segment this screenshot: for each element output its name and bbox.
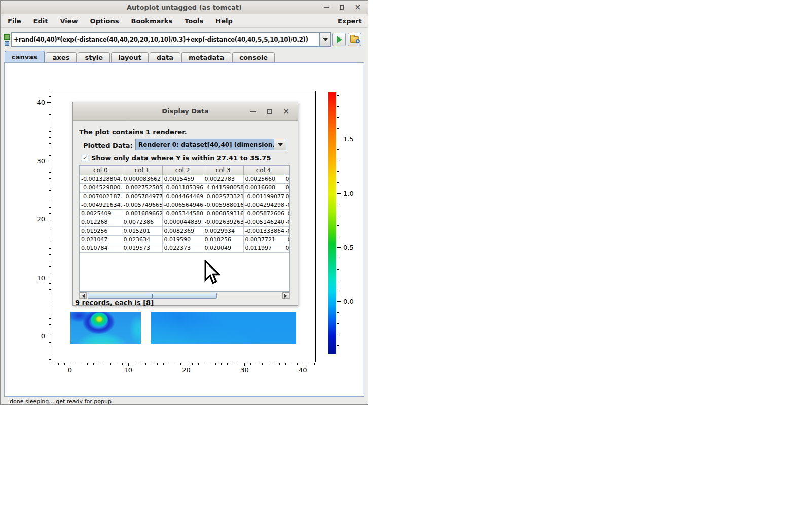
dialog-maximize-icon[interactable] xyxy=(267,109,272,114)
table-cell[interactable]: 0.0022783 xyxy=(203,175,243,183)
window-titlebar[interactable]: Autoplot untagged (as tomcat) × xyxy=(1,1,368,14)
table-cell[interactable]: 0.021047 xyxy=(80,235,122,244)
table-cell[interactable]: -0.001185396... xyxy=(162,183,203,192)
table-cell[interactable]: -0.006859316... xyxy=(203,209,243,218)
table-cell[interactable]: -0.004464469... xyxy=(162,192,203,201)
table-cell[interactable]: 0.022373 xyxy=(162,244,203,252)
maximize-icon[interactable] xyxy=(340,5,344,10)
table-cell[interactable]: -0.0 xyxy=(284,226,290,235)
table-cell[interactable]: -0.001328804... xyxy=(80,175,122,183)
table-cell[interactable]: -0.004294298... xyxy=(243,201,284,209)
column-header[interactable]: col 0 xyxy=(80,166,122,175)
table-cell[interactable]: 0.0015459 xyxy=(162,175,203,183)
table-cell[interactable]: 0.011997 xyxy=(243,244,284,252)
table-cell[interactable]: 0.010256 xyxy=(203,235,243,244)
table-cell[interactable]: 0.019256 xyxy=(80,226,122,235)
minimize-icon[interactable] xyxy=(324,7,329,8)
scrollbar-thumb[interactable] xyxy=(88,293,217,299)
tab-layout[interactable]: layout xyxy=(111,52,149,63)
table-cell[interactable]: -0.0 xyxy=(284,201,290,209)
table-cell[interactable]: -0.005784977... xyxy=(122,192,162,201)
table-cell[interactable]: 0.012268 xyxy=(80,218,122,226)
table-cell[interactable]: 0.0072386 xyxy=(122,218,162,226)
filter-checkbox[interactable]: ✓ xyxy=(82,155,88,161)
close-icon[interactable]: × xyxy=(354,4,361,11)
dialog-minimize-icon[interactable] xyxy=(250,111,256,112)
table-cell[interactable]: 0.010784 xyxy=(80,244,122,252)
dialog-titlebar[interactable]: Display Data × xyxy=(73,102,298,121)
menu-item-file[interactable]: File xyxy=(8,17,21,25)
table-cell[interactable]: 0.00 xyxy=(284,183,290,192)
table-cell[interactable]: 0.015201 xyxy=(122,226,162,235)
table-cell[interactable]: -4.041598058... xyxy=(203,183,243,192)
column-header[interactable]: col 2 xyxy=(162,166,203,175)
table-cell[interactable]: 0.0029934 xyxy=(203,226,243,235)
table-cell[interactable]: 0.00 xyxy=(284,244,290,252)
scroll-left-button[interactable] xyxy=(80,292,87,299)
table-cell[interactable]: 0.020049 xyxy=(203,244,243,252)
table-cell[interactable]: 0.00 xyxy=(284,175,290,183)
column-header[interactable]: col 4 xyxy=(243,166,284,175)
table-cell[interactable]: 0.019590 xyxy=(162,235,203,244)
table-cell[interactable]: 0.023634 xyxy=(122,235,162,244)
combobox-arrow-button[interactable] xyxy=(274,139,286,150)
plotted-data-combobox[interactable]: Renderer 0: dataset[40,40] (dimension... xyxy=(135,139,286,150)
table-cell[interactable]: 0.0037721 xyxy=(243,235,284,244)
plot-canvas[interactable]: 0102030400102030401.51.00.50.0 Display D… xyxy=(4,62,364,397)
tab-axes[interactable]: axes xyxy=(46,52,77,63)
table-cell[interactable]: -0.007002187... xyxy=(80,192,122,201)
tab-style[interactable]: style xyxy=(78,52,110,63)
table-cell[interactable]: -0.005344580... xyxy=(162,209,203,218)
menu-item-edit[interactable]: Edit xyxy=(33,17,48,25)
table-cell[interactable]: 0.0025409 xyxy=(80,209,122,218)
table-cell[interactable]: 0.000044839 xyxy=(162,218,203,226)
table-cell[interactable]: -0.001199077... xyxy=(243,192,284,201)
menu-item-help[interactable]: Help xyxy=(215,17,232,25)
table-row[interactable]: 0.0210470.0236340.0195900.0102560.003772… xyxy=(80,235,290,244)
tab-canvas[interactable]: canvas xyxy=(5,51,45,63)
menu-item-options[interactable]: Options xyxy=(90,17,119,25)
inspect-uri-button[interactable] xyxy=(348,33,361,46)
menu-item-expert[interactable]: Expert xyxy=(338,17,362,25)
table-cell[interactable]: -0.0 xyxy=(284,218,290,226)
table-cell[interactable]: -0.002752505... xyxy=(122,183,162,192)
table-cell[interactable]: 0.0016608 xyxy=(243,183,284,192)
table-cell[interactable]: -0.0 xyxy=(284,235,290,244)
column-header[interactable]: col 1 xyxy=(122,166,162,175)
table-cell[interactable]: 0.0025660 xyxy=(243,175,284,183)
uri-input[interactable]: +rand(40,40)*(exp(-distance(40,40,20,20,… xyxy=(11,32,319,47)
table-cell[interactable]: 0.000083662 xyxy=(122,175,162,183)
table-row[interactable]: -0.007002187...-0.005784977...-0.0044644… xyxy=(80,192,290,201)
table-cell[interactable]: 0.019573 xyxy=(122,244,162,252)
column-header[interactable]: col 3 xyxy=(203,166,243,175)
table-cell[interactable]: -0.005872606... xyxy=(243,209,284,218)
table-cell[interactable]: -0.001689662... xyxy=(122,209,162,218)
table-cell[interactable]: -0.006564946... xyxy=(162,201,203,209)
tab-metadata[interactable]: metadata xyxy=(181,52,231,63)
column-header[interactable] xyxy=(284,166,290,175)
table-row[interactable]: -0.004529800...-0.002752505...-0.0011853… xyxy=(80,183,290,192)
table-cell[interactable]: -0.005749665... xyxy=(122,201,162,209)
table-cell[interactable]: -0.002639263... xyxy=(203,218,243,226)
menu-item-view[interactable]: View xyxy=(60,17,78,25)
table-row[interactable]: 0.0025409-0.001689662...-0.005344580...-… xyxy=(80,209,290,218)
table-cell[interactable]: -0.001333864... xyxy=(243,226,284,235)
table-row[interactable]: 0.0122680.00723860.000044839-0.002639263… xyxy=(80,218,290,226)
table-cell[interactable]: -0.0 xyxy=(284,209,290,218)
uri-dropdown-button[interactable] xyxy=(319,32,331,47)
table-cell[interactable]: -0.002573321... xyxy=(203,192,243,201)
tab-data[interactable]: data xyxy=(150,52,180,63)
table-cell[interactable]: -0.005146240... xyxy=(243,218,284,226)
go-button[interactable] xyxy=(332,33,346,46)
table-cell[interactable]: -0.005988016... xyxy=(203,201,243,209)
table-row[interactable]: -0.001328804...0.0000836620.00154590.002… xyxy=(80,175,290,183)
table-cell[interactable]: 0.00 xyxy=(284,192,290,201)
scroll-right-button[interactable] xyxy=(282,292,289,299)
tab-console[interactable]: console xyxy=(232,52,275,63)
table-cell[interactable]: -0.004529800... xyxy=(80,183,122,192)
data-table-scrollpane[interactable]: col 0col 1col 2col 3col 4 -0.001328804..… xyxy=(79,165,290,292)
dialog-close-icon[interactable]: × xyxy=(283,108,289,116)
table-cell[interactable]: 0.0082369 xyxy=(162,226,203,235)
table-row[interactable]: 0.0107840.0195730.0223730.0200490.011997… xyxy=(80,244,290,252)
table-row[interactable]: -0.004921634...-0.005749665...-0.0065649… xyxy=(80,201,290,209)
